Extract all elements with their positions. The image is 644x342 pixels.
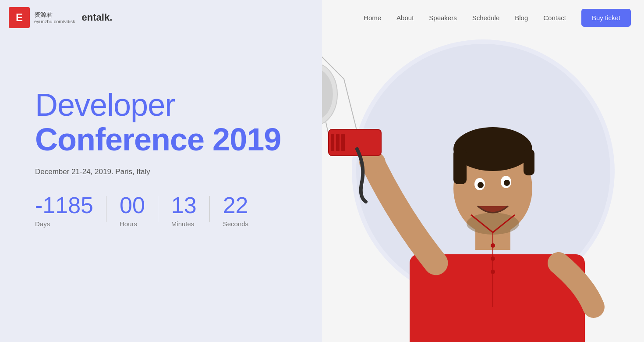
svg-point-12 [504,180,510,186]
logo-url: eyunzhu.com/vdisk [34,19,75,24]
logo-chinese: 资源君 [34,11,75,19]
hero-title-line1: Developer [35,88,281,122]
svg-point-8 [467,213,519,235]
logo-area: E 资源君 eyunzhu.com/vdisk entalk. [9,7,112,28]
buy-ticket-button[interactable]: Buy ticket [581,9,631,27]
countdown-seconds-label: Seconds [223,220,248,228]
main-nav: Home About Speakers Schedule Blog Contac… [364,9,631,27]
hero-date: December 21-24, 2019. Paris, Italy [35,167,281,176]
countdown-minutes-number: 13 [171,194,197,217]
countdown: -1185 Days 00 Hours 13 Minutes 22 Second… [35,194,281,228]
header: E 资源君 eyunzhu.com/vdisk entalk. Home Abo… [0,0,644,35]
page-wrapper: E 资源君 eyunzhu.com/vdisk entalk. Home Abo… [0,0,644,342]
person-illustration [322,0,644,342]
nav-schedule[interactable]: Schedule [472,14,500,21]
nav-contact[interactable]: Contact [543,14,566,21]
countdown-minutes-label: Minutes [171,220,195,228]
countdown-hours-label: Hours [120,220,137,228]
svg-rect-6 [453,149,467,184]
countdown-seconds: 22 Seconds [210,194,262,228]
svg-point-11 [478,182,484,188]
countdown-hours-number: 00 [120,194,145,217]
countdown-days: -1185 Days [35,194,106,228]
logo-text: 资源君 eyunzhu.com/vdisk [34,11,75,24]
nav-speakers[interactable]: Speakers [429,14,456,21]
svg-rect-7 [524,149,534,175]
countdown-seconds-number: 22 [223,194,248,217]
countdown-days-label: Days [35,220,50,228]
svg-rect-18 [341,134,345,151]
svg-point-22 [491,243,495,248]
nav-blog[interactable]: Blog [515,14,528,21]
nav-about[interactable]: About [396,14,414,21]
svg-rect-17 [336,134,340,151]
right-panel [322,0,644,342]
logo-brand: entalk. [82,12,113,23]
left-panel: Developer Conference 2019 December 21-24… [0,0,322,342]
hero-content: Developer Conference 2019 December 21-24… [35,88,281,228]
svg-rect-16 [331,134,334,151]
svg-point-23 [491,256,495,261]
countdown-hours: 00 Hours [106,194,158,228]
logo-icon: E [9,7,30,28]
hero-title-line2: Conference 2019 [35,122,281,157]
countdown-days-number: -1185 [35,194,93,217]
nav-home[interactable]: Home [364,14,381,21]
svg-point-24 [491,270,495,274]
person-svg [322,0,644,342]
countdown-minutes: 13 Minutes [158,194,210,228]
